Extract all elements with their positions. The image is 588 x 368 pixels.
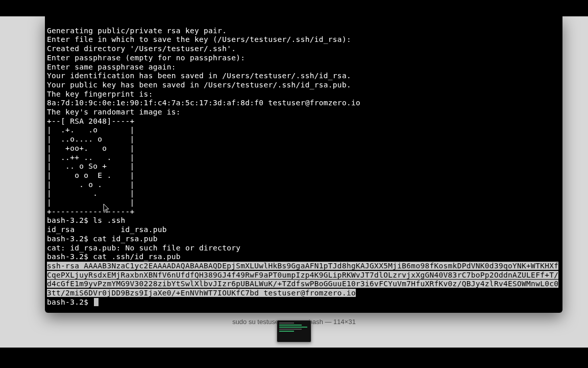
randomart-line: | +oo+. o | (47, 144, 135, 152)
terminal-line: The key's randomart image is: (47, 108, 181, 116)
randomart-line: | .. o So + | (47, 162, 135, 170)
desktop-area: Generating public/private rsa key pair. … (0, 16, 588, 348)
shell-prompt: bash-3.2$ (47, 216, 93, 224)
terminal-window[interactable]: Generating public/private rsa key pair. … (45, 16, 562, 313)
randomart-line: | . o . | (47, 180, 135, 189)
shell-command: ls .ssh (93, 216, 125, 224)
terminal-line: The key fingerprint is: (47, 90, 153, 98)
terminal-line: Generating public/private rsa key pair. (47, 27, 227, 35)
randomart-line: | ..++ .. . | (47, 153, 135, 162)
terminal-line: Your identification has been saved in /U… (47, 72, 351, 80)
randomart-line: | .+. .o | (47, 126, 135, 134)
shell-prompt: bash-3.2$ (47, 298, 93, 306)
terminal-line: Enter file in which to save the key (/Us… (47, 35, 351, 43)
shell-prompt: bash-3.2$ (47, 235, 93, 243)
terminal-output[interactable]: Generating public/private rsa key pair. … (45, 16, 562, 313)
letterbox-bottom (0, 348, 588, 368)
terminal-line: Enter same passphrase again: (47, 63, 176, 71)
terminal-line: Your public key has been saved in /Users… (47, 81, 351, 89)
terminal-line: 8a:7d:10:9c:0e:1e:90:1f:c4:7a:5c:17:3d:a… (47, 99, 360, 107)
dock (273, 318, 315, 344)
randomart-line: | ..o.... o | (47, 135, 135, 143)
letterbox-top (0, 0, 588, 16)
shell-command: cat id_rsa.pub (93, 235, 157, 243)
randomart-line: | | (47, 198, 135, 206)
shell-command: cat .ssh/id_rsa.pub (93, 252, 181, 261)
cursor-block (94, 298, 99, 306)
terminal-line: Enter passphrase (empty for no passphras… (47, 54, 245, 62)
terminal-line: Created directory '/Users/testuser/.ssh'… (47, 44, 236, 53)
randomart-line: | . | (47, 189, 135, 197)
randomart-line: +--[ RSA 2048]----+ (47, 117, 135, 125)
ssh-public-key: ssh-rsa AAAAB3NzaC1yc2EAAAADAQABAABAQDEp… (47, 262, 558, 297)
randomart-line: +-----------------+ (47, 208, 135, 216)
terminal-line: cat: id_rsa.pub: No such file or directo… (47, 244, 240, 252)
randomart-line: | o o E . | (47, 171, 135, 179)
terminal-line: id_rsa id_rsa.pub (47, 225, 167, 234)
shell-prompt: bash-3.2$ (47, 252, 93, 261)
dock-item-terminal[interactable] (277, 320, 311, 342)
